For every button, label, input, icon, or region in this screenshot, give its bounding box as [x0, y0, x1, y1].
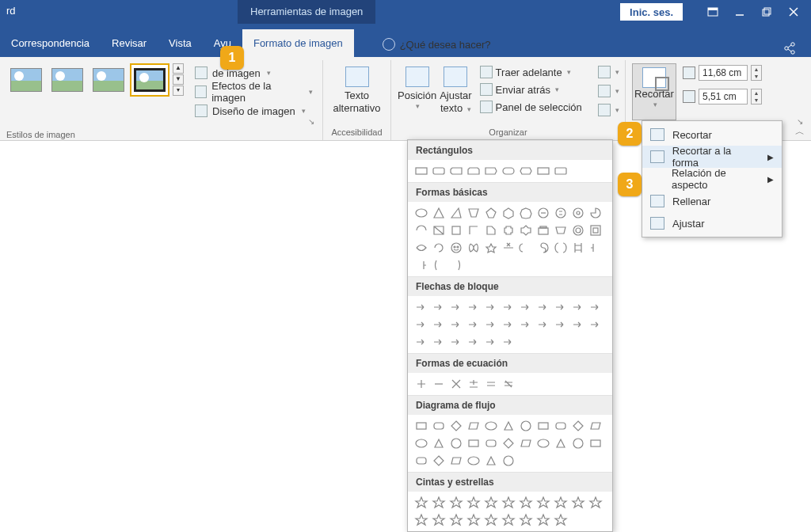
shape-option[interactable]	[466, 496, 481, 510]
crop-menu-aspect-ratio[interactable]: Relación de aspecto▶	[642, 168, 782, 190]
shape-option[interactable]	[484, 419, 498, 433]
shape-option[interactable]	[536, 436, 550, 450]
dialog-launcher-icon[interactable]: ↘	[308, 117, 314, 126]
shape-option[interactable]	[432, 335, 446, 349]
shape-option[interactable]	[466, 206, 481, 220]
shape-option[interactable]	[571, 223, 585, 238]
shape-option[interactable]	[519, 419, 533, 433]
picture-style-1[interactable]	[6, 63, 46, 97]
shape-option[interactable]	[449, 241, 463, 255]
style-gallery-scroll-down[interactable]: ▼	[173, 74, 184, 85]
shape-option[interactable]	[554, 206, 568, 220]
shape-option[interactable]	[449, 206, 463, 220]
shape-option[interactable]	[571, 436, 585, 450]
shape-option[interactable]	[536, 164, 550, 178]
shape-option[interactable]	[501, 436, 516, 450]
shape-option[interactable]	[432, 206, 446, 220]
shape-option[interactable]	[466, 223, 481, 238]
shape-option[interactable]	[484, 223, 498, 238]
shape-option[interactable]	[484, 335, 498, 349]
crop-button[interactable]: Recortar▾	[632, 63, 676, 120]
shape-option[interactable]	[466, 300, 481, 314]
shape-option[interactable]	[432, 223, 446, 238]
tab-correspondencia[interactable]: Correspondencia	[0, 29, 101, 57]
style-gallery-more[interactable]: ▾	[173, 86, 184, 96]
picture-layout-button[interactable]: Diseño de imagen▾	[192, 101, 316, 120]
shape-option[interactable]	[484, 241, 498, 255]
shape-option[interactable]	[449, 454, 463, 468]
shape-option[interactable]	[449, 377, 463, 391]
height-spinner[interactable]: ▲▼	[751, 65, 762, 81]
shape-option[interactable]	[484, 436, 498, 450]
shape-option[interactable]	[536, 241, 550, 255]
shape-option[interactable]	[414, 258, 428, 272]
shape-option[interactable]	[466, 377, 481, 391]
shape-option[interactable]	[536, 206, 550, 220]
shape-option[interactable]	[466, 317, 481, 332]
shape-option[interactable]	[588, 419, 603, 433]
shape-option[interactable]	[588, 206, 603, 220]
shape-option[interactable]	[554, 223, 568, 238]
shape-option[interactable]	[501, 206, 516, 220]
shape-option[interactable]	[571, 206, 585, 220]
shape-option[interactable]	[449, 300, 463, 314]
shape-option[interactable]	[466, 335, 481, 349]
crop-menu-fit[interactable]: Ajustar	[642, 212, 782, 234]
shape-option[interactable]	[432, 258, 446, 272]
shape-option[interactable]	[414, 241, 428, 255]
shape-option[interactable]	[519, 223, 533, 238]
send-backward-button[interactable]: Enviar atrás▾	[475, 81, 587, 98]
shape-option[interactable]	[536, 419, 550, 433]
shape-option[interactable]	[414, 223, 428, 238]
wrap-text-button[interactable]: Ajustartexto ▾	[440, 63, 471, 120]
shape-option[interactable]	[501, 241, 516, 255]
shape-option[interactable]	[484, 496, 498, 510]
shape-option[interactable]	[501, 317, 516, 332]
shape-option[interactable]	[571, 317, 585, 332]
shape-option[interactable]	[449, 258, 463, 272]
alt-text-button[interactable]: Texto alternativo	[333, 63, 381, 120]
shape-option[interactable]	[432, 436, 446, 450]
shape-option[interactable]	[432, 513, 446, 527]
height-input[interactable]	[699, 65, 748, 81]
tab-formato-imagen[interactable]: Formato de imagen	[242, 29, 354, 57]
shape-option[interactable]	[519, 300, 533, 314]
shape-option[interactable]	[449, 496, 463, 510]
picture-style-3[interactable]	[89, 63, 128, 97]
style-gallery-scroll-up[interactable]: ▲	[173, 63, 184, 74]
shape-option[interactable]	[554, 496, 568, 510]
shape-option[interactable]	[519, 513, 533, 527]
shape-option[interactable]	[449, 164, 463, 178]
shape-option[interactable]	[554, 436, 568, 450]
shape-option[interactable]	[414, 300, 428, 314]
shape-option[interactable]	[519, 164, 533, 178]
shape-option[interactable]	[588, 317, 603, 332]
shape-option[interactable]	[588, 300, 603, 314]
shape-option[interactable]	[449, 317, 463, 332]
shape-option[interactable]	[484, 300, 498, 314]
crop-menu-recortar[interactable]: Recortar	[642, 124, 782, 146]
group-objects-button[interactable]: ▾	[593, 82, 624, 100]
shape-option[interactable]	[466, 513, 481, 527]
shape-option[interactable]	[484, 164, 498, 178]
shape-option[interactable]	[432, 419, 446, 433]
shape-option[interactable]	[554, 164, 568, 178]
shape-option[interactable]	[449, 513, 463, 527]
shape-option[interactable]	[501, 496, 516, 510]
shape-option[interactable]	[449, 419, 463, 433]
shape-option[interactable]	[414, 513, 428, 527]
shape-option[interactable]	[536, 496, 550, 510]
position-button[interactable]: Posición▾	[398, 63, 436, 120]
shape-option[interactable]	[536, 317, 550, 332]
shape-option[interactable]	[501, 419, 516, 433]
collapse-ribbon-button[interactable]: ︿	[795, 125, 805, 139]
shape-option[interactable]	[414, 496, 428, 510]
picture-style-2[interactable]	[48, 63, 87, 97]
bring-forward-button[interactable]: Traer adelante▾	[475, 63, 587, 81]
shape-option[interactable]	[432, 377, 446, 391]
shape-option[interactable]	[432, 241, 446, 255]
picture-effects-button[interactable]: Efectos de la imagen▾	[192, 82, 316, 101]
shape-option[interactable]	[414, 454, 428, 468]
shape-option[interactable]	[484, 513, 498, 527]
shape-option[interactable]	[571, 496, 585, 510]
